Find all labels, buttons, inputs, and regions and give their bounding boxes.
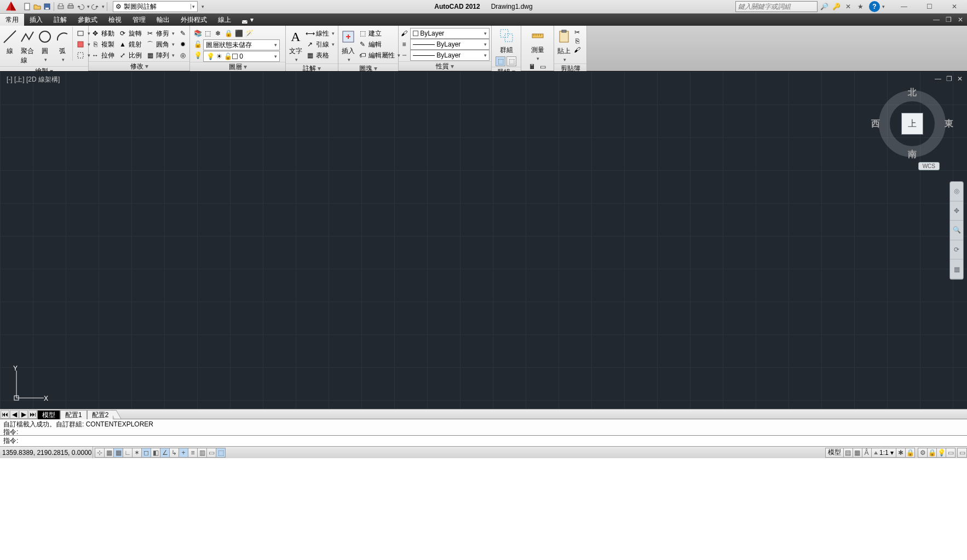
tab-first-button[interactable]: ⏮ (1, 410, 9, 419)
annoscale-icon[interactable]: Å (862, 448, 872, 458)
tab-view[interactable]: 檢視 (103, 14, 127, 26)
offset-button[interactable]: ◎ (177, 50, 188, 61)
mirror-button[interactable]: ▲鏡射 (117, 39, 143, 50)
layer-freeze-icon[interactable]: ❄ (214, 29, 222, 38)
status-model[interactable]: 模型 (825, 448, 844, 458)
edit-block-button[interactable]: ✎編輯 (357, 39, 401, 50)
plot-icon[interactable] (56, 2, 65, 11)
redo-dropdown-icon[interactable]: ▾ (101, 4, 105, 9)
trim-button[interactable]: ✂修剪▾ (145, 28, 176, 39)
viewcube-east[interactable]: 東 (945, 118, 953, 130)
qview-l-icon[interactable]: ▤ (843, 448, 853, 458)
help-dropdown-icon[interactable]: ▾ (881, 4, 885, 9)
tab-home[interactable]: 常用 (0, 14, 24, 26)
tab-online[interactable]: 線上 (212, 14, 237, 26)
leader-button[interactable]: ↗引線▾ (304, 39, 336, 50)
lineweight-icon[interactable]: ≡ (400, 40, 408, 49)
copy-clip-icon[interactable]: ⎘ (573, 37, 582, 45)
nav-zoom-icon[interactable]: 🔍 (950, 221, 963, 240)
tab-manage[interactable]: 管理 (127, 14, 151, 26)
lwt-icon[interactable]: ≡ (188, 448, 198, 458)
status-scale[interactable]: ⟁ 1:1 ▾ (871, 448, 896, 458)
matchprop-icon[interactable]: 🖌 (400, 29, 408, 38)
command-line[interactable]: 指令: (0, 435, 967, 446)
polyline-button[interactable]: 聚合線 (19, 27, 36, 66)
paste-button[interactable]: 貼上▾ (555, 27, 573, 63)
lineweight-combo[interactable]: ByLayer▾ (410, 39, 490, 50)
exchange-icon[interactable]: ✕ (843, 1, 854, 12)
linetype-combo[interactable]: ByLayer▾ (410, 50, 490, 61)
qat-customize-icon[interactable]: ▾ (200, 4, 204, 9)
qp-icon[interactable]: ▭ (206, 448, 216, 458)
tab-next-button[interactable]: ▶ (19, 410, 28, 419)
group-toggle-icon[interactable]: ⬚ (506, 56, 516, 66)
layer-state-combo[interactable]: 圖層狀態未儲存▾ (203, 39, 280, 50)
star-icon[interactable]: ★ (855, 1, 866, 12)
search-input[interactable] (735, 1, 818, 12)
linear-dim-button[interactable]: ⟷線性▾ (304, 28, 336, 39)
open-icon[interactable] (33, 2, 42, 11)
panel-layer-title[interactable]: 圖層▾ (190, 62, 285, 71)
group-sel-icon[interactable]: ⬚ (496, 56, 505, 66)
doc-close-button[interactable]: ✕ (956, 15, 965, 24)
annovis-icon[interactable]: ✱ (896, 448, 906, 458)
isolate-icon[interactable]: ▭ (946, 448, 956, 458)
tab-parametric[interactable]: 參數式 (72, 14, 103, 26)
doc-minimize-button[interactable]: — (932, 15, 941, 24)
nav-showmotion-icon[interactable]: ▦ (950, 259, 963, 279)
erase-button[interactable]: ✎ (177, 28, 188, 39)
viewcube-north[interactable]: 北 (908, 87, 917, 99)
layer-off-icon[interactable]: ⬛ (234, 29, 243, 38)
wcs-badge[interactable]: WCS (918, 162, 940, 170)
doc-restore-button[interactable]: ❐ (944, 15, 953, 24)
circle-button[interactable]: 圓▾ (36, 27, 54, 63)
arc-button[interactable]: 弧▾ (54, 27, 71, 63)
stretch-button[interactable]: ↔拉伸 (90, 50, 116, 61)
app-menu-button[interactable] (0, 0, 22, 14)
explode-button[interactable]: ✹ (177, 39, 188, 50)
hardware-icon[interactable]: 💡 (936, 448, 946, 458)
new-icon[interactable] (23, 2, 32, 11)
cut-icon[interactable]: ✂ (573, 28, 582, 37)
vp-min-button[interactable]: — (934, 75, 942, 83)
nav-pan-icon[interactable]: ✥ (950, 201, 963, 221)
rotate-button[interactable]: ⟳旋轉 (117, 28, 143, 39)
group-button[interactable]: 群組 (498, 27, 515, 55)
viewcube-west[interactable]: 西 (871, 118, 880, 130)
nav-orbit-icon[interactable]: ⟳ (950, 240, 963, 260)
tab-last-button[interactable]: ⏭ (28, 410, 37, 419)
ducs-icon[interactable]: ↳ (169, 448, 179, 458)
tab-prev-button[interactable]: ◀ (10, 410, 19, 419)
layer-i2[interactable]: 💡 (192, 50, 203, 61)
tab-addins[interactable]: 外掛程式 (175, 14, 212, 26)
insert-block-button[interactable]: 插入▾ (339, 27, 357, 63)
navigation-bar[interactable]: ◎ ✥ 🔍 ⟳ ▦ (949, 181, 964, 280)
table-button[interactable]: ▦表格 (304, 50, 336, 61)
tab-model[interactable]: 模型 (37, 410, 60, 419)
edit-attr-button[interactable]: 🏷編輯屬性▾ (357, 50, 401, 61)
minimize-button[interactable]: — (891, 0, 917, 14)
viewcube-face[interactable]: 上 (901, 113, 923, 135)
qview-d-icon[interactable]: ▦ (853, 448, 862, 458)
workspace-switcher[interactable]: ⚙ 製圖與註解 ▾ (113, 1, 198, 12)
close-button[interactable]: ✕ (942, 0, 967, 14)
scale-button[interactable]: ⤢比例 (117, 50, 143, 61)
polar-icon[interactable]: ✶ (132, 448, 142, 458)
measure-button[interactable]: 測量▾ (529, 27, 546, 61)
layer-i1[interactable]: 🔓 (192, 39, 203, 50)
layer-iso-icon[interactable]: ⬚ (203, 29, 212, 38)
matchclip-icon[interactable]: 🖌 (573, 45, 582, 54)
array-button[interactable]: ▦陣列▾ (145, 50, 176, 61)
otrack-icon[interactable]: ∠ (160, 448, 170, 458)
ws-icon[interactable]: ⚙ (918, 448, 928, 458)
linetype-icon[interactable]: ┄ (400, 51, 408, 60)
undo-icon[interactable] (76, 2, 85, 11)
grid-icon[interactable]: ▦ (113, 448, 123, 458)
panel-prop-title[interactable]: 性質▾ (399, 61, 491, 71)
color-combo[interactable]: ByLayer▾ (410, 28, 490, 39)
annolock-icon[interactable]: 🔒 (905, 448, 915, 458)
tab-output[interactable]: 輸出 (151, 14, 175, 26)
tab-layout1[interactable]: 配置1 (60, 410, 87, 419)
sc-icon[interactable]: ⬚ (216, 448, 226, 458)
text-button[interactable]: A文字▾ (287, 27, 304, 63)
